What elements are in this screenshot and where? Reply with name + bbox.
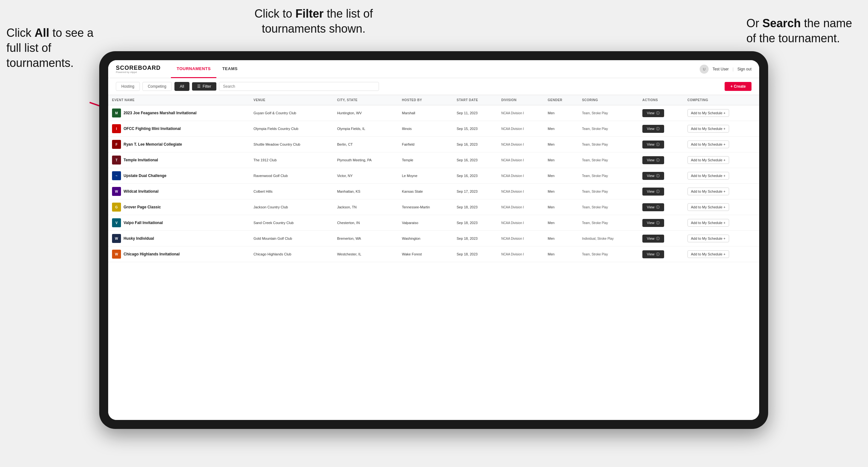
event-name-text-1: OFCC Fighting Illini Invitational xyxy=(124,126,181,131)
cell-competing-2: Add to My Schedule + xyxy=(684,137,759,152)
cell-date-9: Sep 18, 2023 xyxy=(453,246,497,262)
col-division: DIVISION xyxy=(497,95,544,105)
cell-date-7: Sep 18, 2023 xyxy=(453,215,497,231)
search-input[interactable] xyxy=(219,82,379,91)
cell-division-1: NCAA Division I xyxy=(497,121,544,137)
table-row: T Temple Invitational The 1912 Club Plym… xyxy=(108,152,759,168)
add-schedule-button-6[interactable]: Add to My Schedule + xyxy=(687,203,729,211)
col-start-date: START DATE xyxy=(453,95,497,105)
cell-venue-2: Shuttle Meadow Country Club xyxy=(250,137,333,152)
cell-city-8: Bremerton, WA xyxy=(333,231,398,246)
cell-date-6: Sep 18, 2023 xyxy=(453,199,497,215)
create-button[interactable]: + Create xyxy=(724,82,751,91)
navbar: SCOREBOARD Powered by clippd TOURNAMENTS… xyxy=(108,60,759,78)
logo-area: SCOREBOARD Powered by clippd xyxy=(116,65,161,73)
view-button-3[interactable]: View ⓘ xyxy=(642,156,664,164)
cell-scoring-7: Team, Stroke Play xyxy=(578,215,639,231)
info-icon-3: ⓘ xyxy=(656,158,660,163)
event-name-text-6: Grover Page Classic xyxy=(124,205,161,209)
tab-all[interactable]: All xyxy=(175,82,189,91)
cell-event-name-0: M 2023 Joe Feaganes Marshall Invitationa… xyxy=(108,105,250,121)
view-button-2[interactable]: View ⓘ xyxy=(642,141,664,149)
filter-icon: ☰ xyxy=(197,84,201,89)
table-row: I OFCC Fighting Illini Invitational Olym… xyxy=(108,121,759,137)
cell-hosted-4: Le Moyne xyxy=(398,168,453,184)
info-icon-8: ⓘ xyxy=(656,236,660,241)
table-header-row: EVENT NAME VENUE CITY, STATE HOSTED BY S… xyxy=(108,95,759,105)
cell-division-6: NCAA Division I xyxy=(497,199,544,215)
cell-competing-0: Add to My Schedule + xyxy=(684,105,759,121)
add-schedule-button-1[interactable]: Add to My Schedule + xyxy=(687,125,729,132)
view-button-0[interactable]: View ⓘ xyxy=(642,109,664,117)
team-logo-5: W xyxy=(112,187,121,196)
nav-right: U Test User | Sign out xyxy=(700,65,751,73)
cell-event-name-5: W Wildcat Invitational xyxy=(108,184,250,199)
view-button-4[interactable]: View ⓘ xyxy=(642,172,664,180)
nav-teams[interactable]: TEAMS xyxy=(216,60,243,78)
team-logo-0: M xyxy=(112,108,121,118)
toolbar: Hosting Competing All ☰ Filter + Create xyxy=(108,78,759,95)
cell-city-2: Berlin, CT xyxy=(333,137,398,152)
team-logo-3: T xyxy=(112,156,121,164)
event-name-text-3: Temple Invitational xyxy=(124,158,158,162)
cell-gender-7: Men xyxy=(544,215,578,231)
table-row: F Ryan T. Lee Memorial Collegiate Shuttl… xyxy=(108,137,759,152)
col-city-state: CITY, STATE xyxy=(333,95,398,105)
event-name-text-8: Husky Individual xyxy=(124,236,154,241)
view-button-9[interactable]: View ⓘ xyxy=(642,250,664,258)
view-button-7[interactable]: View ⓘ xyxy=(642,219,664,227)
cell-event-name-3: T Temple Invitational xyxy=(108,152,250,168)
view-button-8[interactable]: View ⓘ xyxy=(642,235,664,243)
tab-competing[interactable]: Competing xyxy=(143,82,172,91)
cell-actions-3: View ⓘ xyxy=(639,152,684,168)
view-button-6[interactable]: View ⓘ xyxy=(642,203,664,211)
cell-venue-1: Olympia Fields Country Club xyxy=(250,121,333,137)
cell-hosted-0: Marshall xyxy=(398,105,453,121)
add-schedule-button-8[interactable]: Add to My Schedule + xyxy=(687,235,729,242)
user-name: Test User xyxy=(712,67,729,71)
view-button-1[interactable]: View ⓘ xyxy=(642,125,664,133)
cell-competing-5: Add to My Schedule + xyxy=(684,184,759,199)
filter-button[interactable]: ☰ Filter xyxy=(192,82,216,91)
cell-competing-8: Add to My Schedule + xyxy=(684,231,759,246)
cell-event-name-7: V Valpo Fall Invitational xyxy=(108,215,250,231)
col-scoring: SCORING xyxy=(578,95,639,105)
cell-city-6: Jackson, TN xyxy=(333,199,398,215)
tablet-frame: SCOREBOARD Powered by clippd TOURNAMENTS… xyxy=(99,51,768,429)
add-schedule-button-9[interactable]: Add to My Schedule + xyxy=(687,250,729,258)
cell-city-0: Huntington, WV xyxy=(333,105,398,121)
cell-actions-4: View ⓘ xyxy=(639,168,684,184)
cell-city-4: Victor, NY xyxy=(333,168,398,184)
cell-venue-8: Gold Mountain Golf Club xyxy=(250,231,333,246)
table-row: M 2023 Joe Feaganes Marshall Invitationa… xyxy=(108,105,759,121)
view-button-5[interactable]: View ⓘ xyxy=(642,188,664,195)
team-logo-4: ~ xyxy=(112,171,121,180)
cell-actions-1: View ⓘ xyxy=(639,121,684,137)
team-logo-1: I xyxy=(112,124,121,133)
add-schedule-button-2[interactable]: Add to My Schedule + xyxy=(687,141,729,148)
table-row: V Valpo Fall Invitational Sand Creek Cou… xyxy=(108,215,759,231)
team-logo-2: F xyxy=(112,140,121,149)
add-schedule-button-3[interactable]: Add to My Schedule + xyxy=(687,156,729,164)
table-row: ~ Upstate Dual Challenge Ravenwood Golf … xyxy=(108,168,759,184)
sign-out-link[interactable]: Sign out xyxy=(737,67,751,71)
table-row: W Husky Individual Gold Mountain Golf Cl… xyxy=(108,231,759,246)
col-hosted-by: HOSTED BY xyxy=(398,95,453,105)
col-gender: GENDER xyxy=(544,95,578,105)
tab-hosting[interactable]: Hosting xyxy=(116,82,140,91)
cell-date-4: Sep 16, 2023 xyxy=(453,168,497,184)
nav-tournaments[interactable]: TOURNAMENTS xyxy=(171,60,216,78)
team-logo-6: G xyxy=(112,203,121,212)
add-schedule-button-0[interactable]: Add to My Schedule + xyxy=(687,109,729,117)
cell-hosted-3: Temple xyxy=(398,152,453,168)
nav-links: TOURNAMENTS TEAMS xyxy=(171,60,700,78)
cell-gender-4: Men xyxy=(544,168,578,184)
cell-hosted-8: Washington xyxy=(398,231,453,246)
annotation-topright: Or Search the name of the tournament. xyxy=(746,16,862,46)
cell-hosted-5: Kansas State xyxy=(398,184,453,199)
add-schedule-button-5[interactable]: Add to My Schedule + xyxy=(687,188,729,195)
logo-subtitle: Powered by clippd xyxy=(116,71,161,73)
cell-event-name-2: F Ryan T. Lee Memorial Collegiate xyxy=(108,137,250,152)
add-schedule-button-7[interactable]: Add to My Schedule + xyxy=(687,219,729,227)
add-schedule-button-4[interactable]: Add to My Schedule + xyxy=(687,172,729,180)
